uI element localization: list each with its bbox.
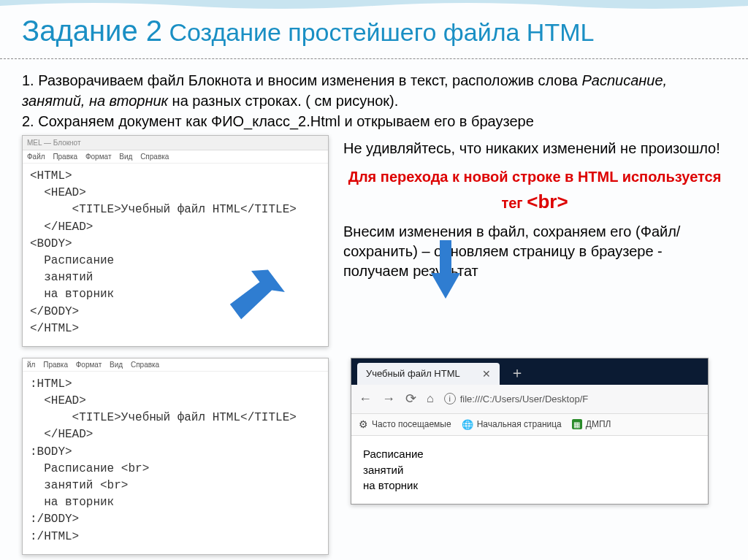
instr-1b: на разных строках. ( см рисунок). xyxy=(168,93,398,109)
svg-marker-0 xyxy=(228,265,287,324)
gear-icon: ⚙ xyxy=(359,418,368,430)
menu-view: Вид xyxy=(110,361,123,369)
browser-toolbar: ← → ⟳ ⌂ i file:///C:/Users/User/Desktop/… xyxy=(351,385,708,414)
browser-tab[interactable]: Учебный файл HTML ✕ xyxy=(357,363,500,385)
menu-help: Справка xyxy=(131,361,159,369)
menu-file: йл xyxy=(27,361,35,369)
globe-icon: 🌐 xyxy=(462,419,473,430)
bookmark-frequent[interactable]: ⚙Часто посещаемые xyxy=(359,418,451,430)
slide-title: Задание 2 Создание простейшего файла HTM… xyxy=(0,0,748,59)
grid-icon: ▦ xyxy=(572,419,582,429)
menu-edit: Правка xyxy=(53,153,77,161)
instruction-text: 1. Разворачиваем файл Блокнота и вносим … xyxy=(22,70,726,131)
home-icon[interactable]: ⌂ xyxy=(427,392,434,405)
close-icon[interactable]: ✕ xyxy=(482,368,491,380)
notepad2-menu: йл Правка Формат Вид Справка xyxy=(23,358,328,372)
menu-file: Файл xyxy=(27,153,45,161)
browser-window: Учебный файл HTML ✕ ＋ ← → ⟳ ⌂ i file:///… xyxy=(351,358,709,505)
red-highlight: Для перехода к новой строке в HTML испол… xyxy=(343,166,726,216)
reload-icon[interactable]: ⟳ xyxy=(405,391,416,407)
arrow-diagonal-icon xyxy=(225,262,291,328)
browser-tab-strip: Учебный файл HTML ✕ ＋ xyxy=(351,358,708,385)
svg-marker-1 xyxy=(431,240,460,299)
back-icon[interactable]: ← xyxy=(359,391,372,407)
br-tag-text: <br> xyxy=(527,191,568,212)
explain-p2: Внесим изменения в файл, сохраняем его (… xyxy=(343,222,726,281)
decorative-wave xyxy=(0,0,748,9)
title-rest: Создание простейшего файла HTML xyxy=(162,18,594,46)
notepad-titlebar: MEL — Блокнот xyxy=(23,136,328,150)
explain-p1: Не удивляйтесь, что никаких изменений не… xyxy=(343,139,726,158)
notepad-window-2: йл Правка Формат Вид Справка :HTML> <HEA… xyxy=(22,358,329,555)
bookmark-dmpl[interactable]: ▦ДМПЛ xyxy=(572,419,611,429)
notepad-code-2: :HTML> <HEAD> <TITLE>Учебный файл HTML</… xyxy=(23,372,328,554)
browser-page-body: Расписание занятий на вторник xyxy=(351,436,708,504)
url-bar[interactable]: i file:///C:/Users/User/Desktop/F xyxy=(444,393,701,404)
instr-1a: 1. Разворачиваем файл Блокнота и вносим … xyxy=(22,72,581,88)
menu-view: Вид xyxy=(119,153,132,161)
menu-format: Формат xyxy=(85,153,112,161)
notepad-menu: Файл Правка Формат Вид Справка xyxy=(23,150,328,164)
tab-title: Учебный файл HTML xyxy=(366,368,460,379)
title-big: Задание 2 xyxy=(22,15,162,47)
forward-icon[interactable]: → xyxy=(382,391,395,407)
menu-format: Формат xyxy=(76,361,102,369)
info-icon: i xyxy=(444,393,456,404)
arrow-down-icon xyxy=(431,240,460,299)
menu-edit: Правка xyxy=(43,361,68,369)
explanation-block: Не удивляйтесь, что никаких изменений не… xyxy=(343,135,726,281)
instr-2: 2. Сохраняем документ как ФИО_класс_2.Ht… xyxy=(22,113,534,129)
bookmarks-bar: ⚙Часто посещаемые 🌐Начальная страница ▦Д… xyxy=(351,414,708,436)
url-text: file:///C:/Users/User/Desktop/F xyxy=(460,394,589,404)
menu-help: Справка xyxy=(140,153,169,161)
new-tab-button[interactable]: ＋ xyxy=(500,363,535,383)
bookmark-home[interactable]: 🌐Начальная страница xyxy=(462,419,562,430)
